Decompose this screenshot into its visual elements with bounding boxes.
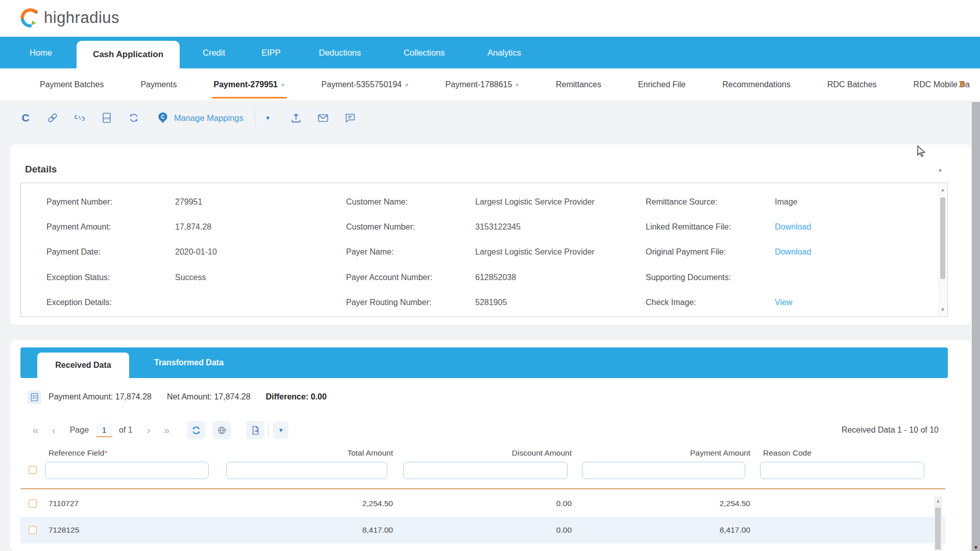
details-column-3: Remittance Source:Image Linked Remittanc…	[646, 189, 811, 315]
refresh-button[interactable]	[187, 421, 205, 439]
tab-transformed-data[interactable]: Transformed Data	[154, 347, 224, 378]
row-checkbox[interactable]	[29, 499, 37, 508]
pagination-divider	[268, 422, 269, 438]
details-scrollbar[interactable]: ▲ ▼	[939, 184, 946, 315]
subtab-recommendations[interactable]: Recommendations	[721, 77, 791, 92]
summary-checklist-button[interactable]	[28, 390, 41, 404]
subtab-payments[interactable]: Payments	[139, 77, 178, 92]
collapse-panel-icon[interactable]: ▲	[938, 167, 943, 172]
subtab-payment-279951[interactable]: Payment-279951×	[213, 77, 286, 92]
page-number-input[interactable]	[96, 423, 112, 437]
comment-icon	[344, 112, 356, 124]
subtab-bar: Payment Batches Payments Payment-279951×…	[0, 68, 980, 101]
filter-total-amount-input[interactable]	[226, 462, 387, 479]
export-options-button[interactable]: ▼	[273, 421, 288, 439]
payer-account-number-value: 612852038	[475, 273, 516, 282]
customer-name-value: Largest Logistic Service Provider	[475, 197, 595, 207]
dropdown-caret-icon: ▼	[265, 115, 271, 121]
comment-button[interactable]	[340, 108, 360, 128]
payer-name-value: Largest Logistic Service Provider	[475, 247, 595, 257]
brand-name: highradius	[44, 9, 119, 27]
link-button[interactable]	[42, 108, 63, 128]
next-page-icon[interactable]: ›	[147, 421, 151, 439]
export-options-caret-icon: ▼	[278, 427, 284, 433]
close-tab-icon[interactable]: ×	[515, 81, 519, 89]
cell-total: 8,417.00	[214, 517, 393, 543]
first-page-icon[interactable]: «	[33, 421, 39, 439]
prev-page-icon[interactable]: ‹	[52, 421, 56, 439]
nav-analytics[interactable]: Analytics	[479, 37, 530, 68]
subtab-scroll-right-icon[interactable]: >	[959, 78, 966, 91]
page-scroll-down-icon[interactable]: ▼	[972, 544, 980, 550]
field-label: Payer Name:	[346, 247, 475, 257]
linked-remittance-download-link[interactable]: Download	[775, 222, 811, 232]
scroll-up-icon[interactable]: ▲	[939, 187, 946, 192]
field-label: Payer Account Number:	[346, 273, 475, 282]
filter-discount-amount-input[interactable]	[403, 462, 568, 479]
details-column-2: Customer Name:Largest Logistic Service P…	[346, 189, 595, 315]
subtab-payment-1788615[interactable]: Payment-1788615×	[445, 77, 520, 92]
globe-sync-button[interactable]	[212, 421, 231, 439]
table-row[interactable]: 7128125 8,417.00 0.00 8,417.00	[20, 517, 945, 543]
subtab-rdc-batches[interactable]: RDC Batches	[826, 77, 878, 92]
last-page-icon[interactable]: »	[164, 421, 170, 439]
close-tab-icon[interactable]: ×	[405, 81, 409, 89]
nav-cash-application[interactable]: Cash Application	[77, 41, 180, 68]
mappings-dropdown-button[interactable]: ▼	[260, 109, 276, 127]
email-button[interactable]	[313, 108, 333, 128]
export-button[interactable]	[246, 421, 264, 439]
summary-payment-amount: Payment Amount: 17,874.28	[48, 392, 152, 402]
cell-reference: 7128125	[48, 517, 79, 543]
table-scrollbar[interactable]: ▲	[934, 496, 942, 551]
nav-home[interactable]: Home	[15, 37, 66, 68]
svg-text:C: C	[161, 114, 165, 120]
nav-eipp[interactable]: EIPP	[251, 37, 291, 68]
table-row[interactable]: 7110727 2,254.50 0.00 2,254.50	[20, 490, 945, 517]
field-label: Payment Amount:	[46, 222, 175, 232]
summary-net-amount: Net Amount: 17,874.28	[167, 392, 251, 402]
filter-reference-field-input[interactable]	[45, 462, 209, 479]
pagination-bar: « ‹ Page of 1 › » ▼	[33, 421, 288, 439]
sync-button[interactable]	[124, 108, 144, 128]
subtab-enriched-file[interactable]: Enriched File	[637, 77, 687, 92]
nav-deductions[interactable]: Deductions	[309, 37, 371, 68]
cell-reference: 7110727	[48, 490, 79, 517]
original-payment-download-link[interactable]: Download	[775, 247, 811, 257]
refresh-icon	[191, 425, 202, 436]
details-column-1: Payment Number:279951 Payment Amount:17,…	[46, 189, 217, 315]
globe-sync-icon	[216, 425, 227, 436]
link-icon	[46, 112, 59, 124]
details-panel-title: Details	[25, 164, 57, 175]
mapping-pin-icon: C	[156, 111, 169, 124]
subtab-payment-5355750194[interactable]: Payment-5355750194×	[321, 77, 410, 92]
check-image-view-link[interactable]: View	[775, 298, 792, 307]
nav-collections[interactable]: Collections	[394, 37, 455, 68]
upload-button[interactable]	[286, 108, 306, 128]
details-scrollbar-thumb[interactable]	[940, 197, 945, 279]
filter-reason-code-input[interactable]	[760, 462, 924, 479]
copy-c-button[interactable]: C	[15, 108, 36, 128]
close-tab-icon[interactable]: ×	[281, 81, 285, 89]
cell-discount: 0.00	[393, 517, 572, 543]
subtab-remittances[interactable]: Remittances	[555, 77, 602, 92]
ocr-button[interactable]: OCR	[96, 108, 117, 128]
payment-amount-value: 17,874.28	[175, 222, 211, 232]
scroll-down-icon[interactable]: ▼	[939, 307, 946, 312]
page-scrollbar[interactable]: ▼	[972, 102, 980, 551]
select-all-checkbox[interactable]	[29, 466, 37, 474]
page-label: Page	[70, 425, 89, 435]
manage-mappings-button[interactable]: C Manage Mappings	[152, 108, 248, 128]
field-label: Remittance Source:	[646, 197, 775, 207]
subtab-payment-batches[interactable]: Payment Batches	[39, 77, 105, 92]
nav-credit[interactable]: Credit	[188, 37, 239, 68]
field-label: Payment Number:	[46, 197, 175, 207]
field-label: Original Payment File:	[646, 247, 775, 257]
row-checkbox[interactable]	[29, 526, 37, 534]
filter-payment-amount-input[interactable]	[582, 462, 745, 479]
unlink-button[interactable]	[69, 108, 90, 128]
table-scrollbar-thumb[interactable]	[935, 508, 941, 549]
scroll-up-icon[interactable]: ▲	[934, 498, 942, 504]
cell-total: 2,254.50	[214, 490, 393, 517]
tab-received-data[interactable]: Received Data	[37, 353, 129, 378]
field-label: Exception Details:	[46, 298, 175, 307]
